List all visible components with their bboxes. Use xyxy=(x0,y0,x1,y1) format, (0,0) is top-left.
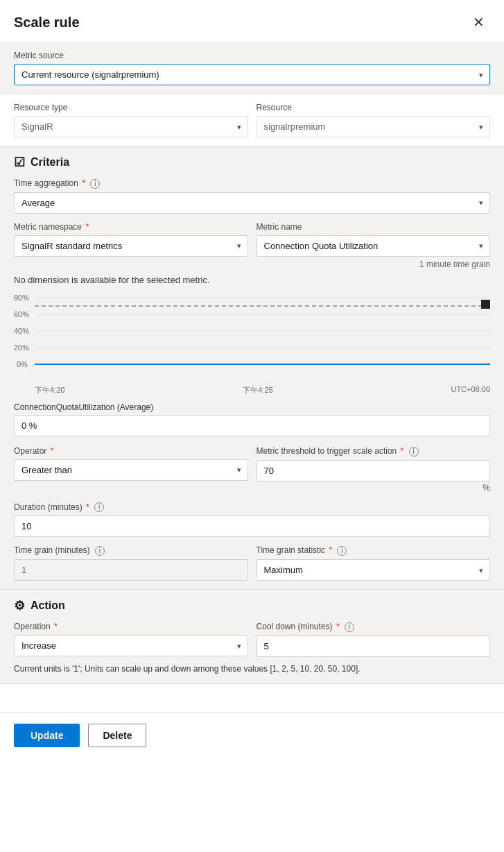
duration-label: Duration (minutes) * i xyxy=(14,502,490,513)
metric-threshold-suffix: % xyxy=(257,483,491,493)
x-label-2: 下午4:25 xyxy=(243,385,272,395)
svg-text:80%: 80% xyxy=(14,293,29,302)
operation-required: * xyxy=(54,622,58,631)
cool-down-info-icon[interactable]: i xyxy=(345,622,354,632)
spacer-2 xyxy=(14,493,490,502)
operator-select[interactable]: Greater than Less than Greater than or e… xyxy=(14,459,248,481)
resource-label: Resource xyxy=(257,103,491,112)
no-dimension-message: No dimension is available for the select… xyxy=(14,275,490,285)
time-grain-minutes-info-icon[interactable]: i xyxy=(95,546,105,556)
time-grain-note: 1 minute time grain xyxy=(14,259,490,269)
utilization-group: ConnectionQuotaUtilization (Average) xyxy=(14,402,490,436)
operator-label: Operator * xyxy=(14,446,248,456)
time-aggregation-info-icon[interactable]: i xyxy=(90,179,100,189)
metric-row: Metric namespace * SignalR standard metr… xyxy=(14,222,490,257)
time-grain-statistic-required: * xyxy=(329,545,332,555)
svg-text:60%: 60% xyxy=(14,310,29,318)
time-aggregation-select[interactable]: Average Minimum Maximum Total Count xyxy=(14,192,490,214)
action-section: ⚙ Action Operation * Increase Decrease S… xyxy=(0,590,504,683)
duration-required: * xyxy=(86,502,89,512)
cool-down-required: * xyxy=(336,622,340,631)
time-grain-statistic-info-icon[interactable]: i xyxy=(337,546,347,556)
time-grain-statistic-select[interactable]: Maximum Minimum Average Sum xyxy=(257,559,491,581)
utilization-value[interactable] xyxy=(14,415,490,436)
metric-namespace-col: Metric namespace * SignalR standard metr… xyxy=(14,222,248,257)
resource-select[interactable]: signalrpremium xyxy=(257,116,491,137)
metric-threshold-info-icon[interactable]: i xyxy=(409,447,419,457)
cool-down-input[interactable] xyxy=(257,636,491,657)
spacer-footer xyxy=(0,684,504,712)
operator-required: * xyxy=(51,446,54,456)
operation-select-wrapper: Increase Decrease Set to ▾ xyxy=(14,635,248,656)
resource-type-select-wrapper: SignalR ▾ xyxy=(14,116,248,137)
time-aggregation-label: Time aggregation * i xyxy=(14,178,490,189)
delete-button[interactable]: Delete xyxy=(88,724,146,747)
utilization-label: ConnectionQuotaUtilization (Average) xyxy=(14,402,490,412)
metric-name-label: Metric name xyxy=(257,222,491,232)
svg-rect-11 xyxy=(481,300,490,309)
duration-input[interactable] xyxy=(14,516,490,537)
metric-source-select[interactable]: Current resource (signalrpremium) xyxy=(14,64,490,85)
operator-select-wrapper: Greater than Less than Greater than or e… xyxy=(14,459,248,481)
time-aggregation-select-wrapper: Average Minimum Maximum Total Count ▾ xyxy=(14,192,490,214)
duration-info-icon[interactable]: i xyxy=(94,502,104,512)
units-note: Current units is '1'; Units can scale up… xyxy=(14,663,490,675)
time-aggregation-required: * xyxy=(82,178,85,188)
footer: Update Delete xyxy=(0,712,504,758)
criteria-icon: ☑ xyxy=(14,155,25,170)
chart-x-labels: 下午4:20 下午4:25 UTC+08:00 xyxy=(14,384,490,395)
action-icon: ⚙ xyxy=(14,598,25,613)
metric-name-col: Metric name Connection Quota Utilization… xyxy=(257,222,491,257)
metric-source-label: Metric source xyxy=(14,51,490,60)
operation-label: Operation * xyxy=(14,622,248,631)
svg-text:40%: 40% xyxy=(14,327,29,335)
time-grain-statistic-select-wrapper: Maximum Minimum Average Sum ▾ xyxy=(257,559,491,581)
svg-text:0%: 0% xyxy=(17,360,28,368)
time-grain-statistic-label: Time grain statistic * i xyxy=(257,545,491,556)
cool-down-label: Cool down (minutes) * i xyxy=(257,622,491,632)
metric-source-select-wrapper: Current resource (signalrpremium) ▾ xyxy=(14,64,490,85)
x-label-1: 下午4:20 xyxy=(35,385,64,395)
metric-threshold-label: Metric threshold to trigger scale action… xyxy=(257,446,491,457)
metric-threshold-required: * xyxy=(401,446,404,456)
operation-col: Operation * Increase Decrease Set to ▾ xyxy=(14,622,248,657)
update-button[interactable]: Update xyxy=(14,724,80,747)
operator-col: Operator * Greater than Less than Greate… xyxy=(14,446,248,493)
scale-rule-panel: Scale rule ✕ Metric source Current resou… xyxy=(0,0,504,852)
operator-threshold-row: Operator * Greater than Less than Greate… xyxy=(14,446,490,493)
spacer-1 xyxy=(14,436,490,446)
resource-section: Resource type SignalR ▾ Resource signalr… xyxy=(0,94,504,146)
time-grain-minutes-input[interactable] xyxy=(14,559,248,581)
resource-col: Resource signalrpremium ▾ xyxy=(257,103,491,137)
criteria-heading: ☑ Criteria xyxy=(14,155,490,170)
metric-name-select[interactable]: Connection Quota Utilization xyxy=(257,235,491,257)
close-button[interactable]: ✕ xyxy=(467,12,490,32)
metric-namespace-select[interactable]: SignalR standard metrics xyxy=(14,235,248,257)
resource-row: Resource type SignalR ▾ Resource signalr… xyxy=(14,103,490,137)
operation-select[interactable]: Increase Decrease Set to xyxy=(14,635,248,656)
cool-down-col: Cool down (minutes) * i xyxy=(257,622,491,657)
metric-source-section: Metric source Current resource (signalrp… xyxy=(0,42,504,94)
metric-chart: 80% 60% 40% 20% 0% xyxy=(14,291,490,381)
metric-namespace-select-wrapper: SignalR standard metrics ▾ xyxy=(14,235,248,257)
criteria-title: Criteria xyxy=(31,156,69,169)
metric-namespace-required: * xyxy=(85,222,89,232)
metric-threshold-input[interactable] xyxy=(257,460,491,482)
chart-svg: 80% 60% 40% 20% 0% xyxy=(14,291,490,381)
time-grain-row: Time grain (minutes) i Time grain statis… xyxy=(14,545,490,581)
time-grain-statistic-col: Time grain statistic * i Maximum Minimum… xyxy=(257,545,491,581)
time-aggregation-group: Time aggregation * i Average Minimum Max… xyxy=(14,178,490,214)
resource-type-label: Resource type xyxy=(14,103,248,112)
panel-header: Scale rule ✕ xyxy=(0,0,504,42)
metric-name-select-wrapper: Connection Quota Utilization ▾ xyxy=(257,235,491,257)
resource-type-select[interactable]: SignalR xyxy=(14,116,248,137)
resource-type-col: Resource type SignalR ▾ xyxy=(14,103,248,137)
duration-group: Duration (minutes) * i xyxy=(14,502,490,538)
time-grain-minutes-label: Time grain (minutes) i xyxy=(14,545,248,556)
action-heading: ⚙ Action xyxy=(14,598,490,613)
time-grain-minutes-col: Time grain (minutes) i xyxy=(14,545,248,581)
metric-threshold-col: Metric threshold to trigger scale action… xyxy=(257,446,491,493)
x-label-3: UTC+08:00 xyxy=(451,385,490,395)
panel-title: Scale rule xyxy=(14,15,80,31)
operation-cooldown-row: Operation * Increase Decrease Set to ▾ C… xyxy=(14,622,490,657)
